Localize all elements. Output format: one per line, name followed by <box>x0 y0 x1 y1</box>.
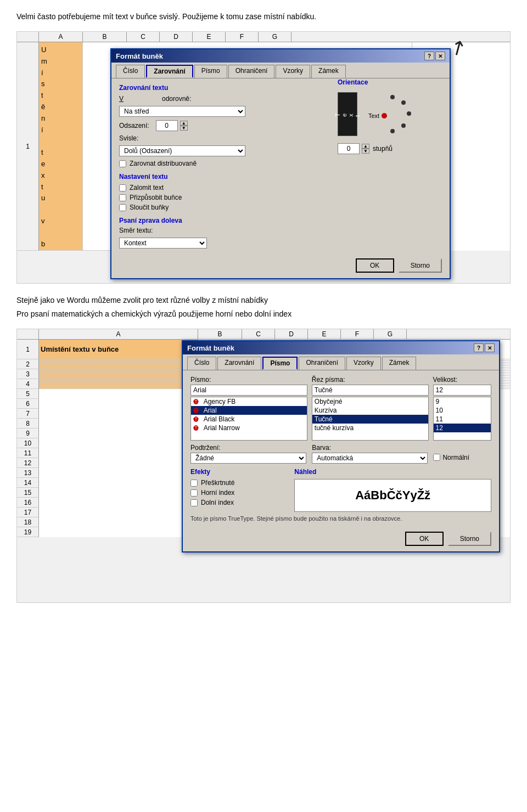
row-hdr-r12: 12 <box>17 458 39 468</box>
row-headers: 1 <box>17 42 39 251</box>
odsazeni-label: Odsazení: <box>119 122 149 129</box>
font-item-arial-black[interactable]: 🅣 Arial Black <box>191 415 307 424</box>
text-vertical-box[interactable]: Text <box>338 92 357 136</box>
help-button-2[interactable]: ? <box>474 343 484 352</box>
style-input[interactable] <box>312 385 429 396</box>
tab-cislo[interactable]: Číslo <box>116 65 145 78</box>
tab-zarovnani[interactable]: Zarovnání <box>146 65 193 78</box>
col-header-c: C <box>127 32 160 42</box>
wrap-row: Zalomit text <box>119 184 322 191</box>
row-hdr-r15: 15 <box>17 488 39 498</box>
size-input[interactable] <box>433 385 491 396</box>
direction-select[interactable]: Kontext <box>119 238 207 249</box>
intro-text-1: Velmi často potřebujeme mít text v buňce… <box>16 11 511 22</box>
distribute-checkbox[interactable] <box>119 160 126 167</box>
row-hdr-r13: 13 <box>17 468 39 478</box>
tab2-zarovnani[interactable]: Zarovnání <box>217 357 261 370</box>
degrees-down[interactable]: ▼ <box>362 149 369 154</box>
tab2-pismo[interactable]: Písmo <box>262 357 298 370</box>
style-item-italic[interactable]: Kurzíva <box>312 406 428 415</box>
row-hdr-1: 1 <box>17 42 39 251</box>
dialog-titlebar-2: Formát buněk ? ✕ <box>183 341 499 354</box>
underline-select[interactable]: Žádné <box>190 453 306 464</box>
odsazeni-down[interactable]: ▼ <box>180 126 188 131</box>
style-list[interactable]: Obyčejné Kurzíva Tučné tučné kurzíva <box>312 397 429 441</box>
tab2-cislo[interactable]: Číslo <box>187 357 216 370</box>
dot-bottom-right <box>401 123 406 128</box>
size-item-11[interactable]: 11 <box>434 415 491 424</box>
tab-zamek[interactable]: Zámek <box>311 65 346 78</box>
horizontal-select[interactable]: Na střed <box>119 106 245 117</box>
close-button-2[interactable]: ✕ <box>485 343 495 352</box>
rtl-section: Psaní zprava doleva Směr textu: Kontext <box>119 217 322 249</box>
superscript-checkbox[interactable] <box>190 489 198 497</box>
tab2-vzorky[interactable]: Vzorky <box>346 357 381 370</box>
superscript-label: Horní index <box>201 489 234 497</box>
titlebar-buttons: ? ✕ <box>424 52 445 60</box>
degrees-row: ▲ ▼ stupňů <box>338 143 442 154</box>
titlebar-buttons-2: ? ✕ <box>474 343 495 352</box>
subscript-checkbox[interactable] <box>190 499 198 506</box>
degrees-input[interactable] <box>338 143 360 154</box>
superscript-row: Horní index <box>190 489 289 497</box>
row-hdr-r4: 4 <box>17 379 39 389</box>
size-list[interactable]: 9 10 11 12 <box>433 397 491 441</box>
subscript-row: Dolní index <box>190 499 289 506</box>
ok-button-2[interactable]: OK <box>405 532 444 546</box>
ok-button-1[interactable]: OK <box>356 258 394 273</box>
tab-vzorky[interactable]: Vzorky <box>276 65 310 78</box>
odsazeni-up[interactable]: ▲ <box>180 121 188 126</box>
degrees-spinner: ▲ ▼ <box>338 143 369 154</box>
red-dot <box>382 113 387 119</box>
tab-pismo[interactable]: Písmo <box>194 65 227 78</box>
row-hdr-r19: 19 <box>17 527 39 537</box>
size-item-12[interactable]: 12 <box>434 424 491 432</box>
format-cells-dialog-1[interactable]: Formát buněk ? ✕ Číslo Zarovnání Písmo O… <box>110 48 451 279</box>
shrink-checkbox[interactable] <box>119 194 126 201</box>
style-item-bold-italic[interactable]: tučné kurzíva <box>312 424 428 432</box>
cancel-button-2[interactable]: Storno <box>448 532 491 546</box>
row-hdr-r14: 14 <box>17 478 39 488</box>
wrap-label: Zalomit text <box>130 184 164 191</box>
font-list[interactable]: 🅣 Agency FB 🅣 Arial 🅣 Arial Black 🅣 Aria… <box>190 397 307 441</box>
font-item-arial[interactable]: 🅣 Arial <box>191 406 307 415</box>
col-header-row: A B C D E F G <box>17 32 510 42</box>
odsazeni-input[interactable] <box>156 120 178 131</box>
font-input[interactable] <box>190 385 307 396</box>
merge-checkbox[interactable] <box>119 204 126 211</box>
format-cells-dialog-2[interactable]: Formát buněk ? ✕ Číslo Zarovnání Písmo O… <box>182 340 500 552</box>
row-hdr-r9: 9 <box>17 428 39 438</box>
size-item-10[interactable]: 10 <box>434 406 491 415</box>
tab2-zamek[interactable]: Zámek <box>382 357 417 370</box>
size-item-9[interactable]: 9 <box>434 397 491 406</box>
style-item-regular[interactable]: Obyčejné <box>312 397 428 406</box>
odsazeni-spinner: ▲ ▼ <box>156 120 188 131</box>
col-header-d2: D <box>275 329 308 339</box>
text-orient-label[interactable]: Text <box>368 112 387 119</box>
row-hdr-r1: 1 <box>17 340 39 359</box>
wrap-checkbox[interactable] <box>119 184 126 191</box>
strikethrough-checkbox[interactable] <box>190 480 198 487</box>
corner-cell <box>17 32 39 42</box>
close-button-1[interactable]: ✕ <box>435 52 445 60</box>
col-header-e: E <box>193 32 226 42</box>
cancel-button-1[interactable]: Storno <box>399 258 442 273</box>
font-item-agency[interactable]: 🅣 Agency FB <box>191 397 307 406</box>
tab-ohraniceni[interactable]: Ohraničení <box>228 65 275 78</box>
row-hdr-r8: 8 <box>17 419 39 428</box>
intro-2-container: Stejně jako ve Wordu můžeme zvolit pro t… <box>16 295 511 320</box>
degrees-label: stupňů <box>373 145 393 153</box>
font-item-arial-narrow[interactable]: 🅣 Arial Narrow <box>191 424 307 432</box>
style-label: Řez písma: <box>312 376 429 384</box>
degrees-up[interactable]: ▲ <box>362 144 369 149</box>
orientation-dots-container[interactable]: Text <box>363 89 418 139</box>
help-button-1[interactable]: ? <box>424 52 434 60</box>
style-item-bold[interactable]: Tučné <box>312 415 428 424</box>
color-label: Barva: <box>312 444 428 452</box>
effects-section: Efekty Přeškrtnuté Horní index Dolní ind… <box>190 468 289 512</box>
color-select[interactable]: Automatická <box>312 453 428 464</box>
vertical-select[interactable]: Dolů (Odsazení) <box>119 145 245 156</box>
normal-checkbox[interactable] <box>433 454 440 461</box>
tab2-ohraniceni[interactable]: Ohraničení <box>299 357 345 370</box>
degrees-spinner-btns: ▲ ▼ <box>362 144 369 154</box>
